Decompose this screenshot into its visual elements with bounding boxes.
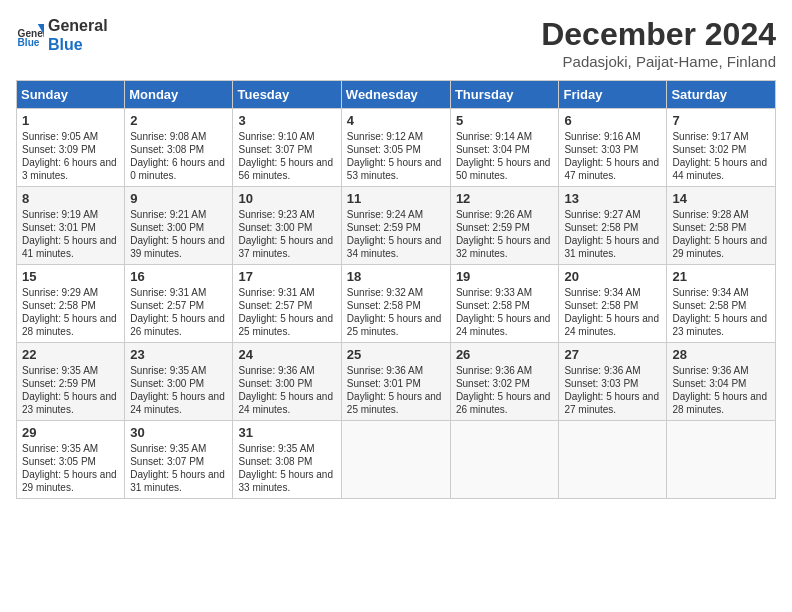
subtitle: Padasjoki, Paijat-Hame, Finland — [541, 53, 776, 70]
day-info: Sunrise: 9:33 AM — [456, 286, 554, 299]
calendar-cell: 7Sunrise: 9:17 AMSunset: 3:02 PMDaylight… — [667, 109, 776, 187]
calendar-cell: 11Sunrise: 9:24 AMSunset: 2:59 PMDayligh… — [341, 187, 450, 265]
day-info: Daylight: 5 hours and 25 minutes. — [347, 390, 445, 416]
day-info: Sunset: 2:58 PM — [672, 299, 770, 312]
weekday-header-saturday: Saturday — [667, 81, 776, 109]
day-number: 2 — [130, 113, 227, 128]
weekday-header-friday: Friday — [559, 81, 667, 109]
day-info: Sunset: 2:58 PM — [672, 221, 770, 234]
day-info: Sunset: 2:58 PM — [22, 299, 119, 312]
day-info: Sunset: 3:04 PM — [672, 377, 770, 390]
calendar-cell: 19Sunrise: 9:33 AMSunset: 2:58 PMDayligh… — [450, 265, 559, 343]
day-info: Sunrise: 9:10 AM — [238, 130, 335, 143]
day-info: Sunrise: 9:36 AM — [456, 364, 554, 377]
calendar-cell: 16Sunrise: 9:31 AMSunset: 2:57 PMDayligh… — [125, 265, 233, 343]
day-info: Daylight: 5 hours and 24 minutes. — [238, 390, 335, 416]
day-number: 7 — [672, 113, 770, 128]
day-info: Daylight: 5 hours and 26 minutes. — [456, 390, 554, 416]
day-number: 3 — [238, 113, 335, 128]
day-info: Sunset: 2:57 PM — [238, 299, 335, 312]
day-number: 9 — [130, 191, 227, 206]
day-info: Sunset: 3:01 PM — [347, 377, 445, 390]
day-info: Sunrise: 9:27 AM — [564, 208, 661, 221]
day-info: Sunrise: 9:36 AM — [672, 364, 770, 377]
weekday-header-monday: Monday — [125, 81, 233, 109]
day-number: 11 — [347, 191, 445, 206]
calendar-week-1: 1Sunrise: 9:05 AMSunset: 3:09 PMDaylight… — [17, 109, 776, 187]
day-number: 16 — [130, 269, 227, 284]
calendar-cell: 17Sunrise: 9:31 AMSunset: 2:57 PMDayligh… — [233, 265, 341, 343]
day-info: Sunset: 3:01 PM — [22, 221, 119, 234]
day-info: Sunrise: 9:05 AM — [22, 130, 119, 143]
day-number: 14 — [672, 191, 770, 206]
weekday-header-tuesday: Tuesday — [233, 81, 341, 109]
day-number: 8 — [22, 191, 119, 206]
day-info: Sunset: 3:03 PM — [564, 143, 661, 156]
calendar-cell: 23Sunrise: 9:35 AMSunset: 3:00 PMDayligh… — [125, 343, 233, 421]
day-info: Daylight: 5 hours and 31 minutes. — [130, 468, 227, 494]
calendar-cell: 30Sunrise: 9:35 AMSunset: 3:07 PMDayligh… — [125, 421, 233, 499]
day-info: Sunrise: 9:31 AM — [238, 286, 335, 299]
day-number: 1 — [22, 113, 119, 128]
calendar-cell: 26Sunrise: 9:36 AMSunset: 3:02 PMDayligh… — [450, 343, 559, 421]
day-info: Sunset: 2:59 PM — [22, 377, 119, 390]
day-info: Sunrise: 9:19 AM — [22, 208, 119, 221]
day-info: Sunset: 2:58 PM — [564, 221, 661, 234]
calendar-cell: 1Sunrise: 9:05 AMSunset: 3:09 PMDaylight… — [17, 109, 125, 187]
day-info: Daylight: 5 hours and 44 minutes. — [672, 156, 770, 182]
day-number: 31 — [238, 425, 335, 440]
day-info: Daylight: 5 hours and 34 minutes. — [347, 234, 445, 260]
day-info: Sunrise: 9:23 AM — [238, 208, 335, 221]
main-title: December 2024 — [541, 16, 776, 53]
calendar-cell: 22Sunrise: 9:35 AMSunset: 2:59 PMDayligh… — [17, 343, 125, 421]
day-info: Sunrise: 9:35 AM — [22, 442, 119, 455]
calendar-cell: 18Sunrise: 9:32 AMSunset: 2:58 PMDayligh… — [341, 265, 450, 343]
day-number: 10 — [238, 191, 335, 206]
day-info: Sunrise: 9:35 AM — [238, 442, 335, 455]
day-info: Daylight: 5 hours and 28 minutes. — [22, 312, 119, 338]
day-info: Sunrise: 9:36 AM — [564, 364, 661, 377]
day-info: Sunset: 3:02 PM — [456, 377, 554, 390]
calendar-table: SundayMondayTuesdayWednesdayThursdayFrid… — [16, 80, 776, 499]
day-info: Daylight: 5 hours and 50 minutes. — [456, 156, 554, 182]
day-info: Daylight: 5 hours and 25 minutes. — [347, 312, 445, 338]
day-info: Daylight: 5 hours and 24 minutes. — [130, 390, 227, 416]
day-info: Sunrise: 9:12 AM — [347, 130, 445, 143]
day-info: Daylight: 5 hours and 32 minutes. — [456, 234, 554, 260]
weekday-header-thursday: Thursday — [450, 81, 559, 109]
calendar-cell: 2Sunrise: 9:08 AMSunset: 3:08 PMDaylight… — [125, 109, 233, 187]
weekday-header-sunday: Sunday — [17, 81, 125, 109]
day-info: Sunset: 2:57 PM — [130, 299, 227, 312]
day-number: 30 — [130, 425, 227, 440]
day-info: Daylight: 5 hours and 41 minutes. — [22, 234, 119, 260]
calendar-cell: 8Sunrise: 9:19 AMSunset: 3:01 PMDaylight… — [17, 187, 125, 265]
page-header: General Blue General Blue December 2024 … — [16, 16, 776, 70]
day-info: Daylight: 5 hours and 24 minutes. — [564, 312, 661, 338]
calendar-week-3: 15Sunrise: 9:29 AMSunset: 2:58 PMDayligh… — [17, 265, 776, 343]
day-info: Daylight: 5 hours and 24 minutes. — [456, 312, 554, 338]
day-info: Sunrise: 9:16 AM — [564, 130, 661, 143]
day-number: 12 — [456, 191, 554, 206]
day-info: Sunset: 2:58 PM — [564, 299, 661, 312]
calendar-cell: 21Sunrise: 9:34 AMSunset: 2:58 PMDayligh… — [667, 265, 776, 343]
day-info: Sunrise: 9:17 AM — [672, 130, 770, 143]
weekday-header-row: SundayMondayTuesdayWednesdayThursdayFrid… — [17, 81, 776, 109]
day-info: Daylight: 5 hours and 47 minutes. — [564, 156, 661, 182]
calendar-cell — [450, 421, 559, 499]
day-info: Sunset: 3:00 PM — [238, 377, 335, 390]
day-info: Sunset: 3:04 PM — [456, 143, 554, 156]
day-info: Daylight: 5 hours and 28 minutes. — [672, 390, 770, 416]
day-info: Daylight: 5 hours and 27 minutes. — [564, 390, 661, 416]
day-info: Daylight: 5 hours and 25 minutes. — [238, 312, 335, 338]
day-info: Daylight: 5 hours and 39 minutes. — [130, 234, 227, 260]
day-number: 26 — [456, 347, 554, 362]
day-info: Sunrise: 9:34 AM — [672, 286, 770, 299]
day-info: Sunset: 3:00 PM — [238, 221, 335, 234]
day-info: Daylight: 6 hours and 0 minutes. — [130, 156, 227, 182]
day-info: Daylight: 5 hours and 56 minutes. — [238, 156, 335, 182]
logo-text-general: General — [48, 16, 108, 35]
day-info: Sunset: 2:58 PM — [347, 299, 445, 312]
day-number: 18 — [347, 269, 445, 284]
day-info: Sunrise: 9:35 AM — [22, 364, 119, 377]
day-info: Sunrise: 9:32 AM — [347, 286, 445, 299]
